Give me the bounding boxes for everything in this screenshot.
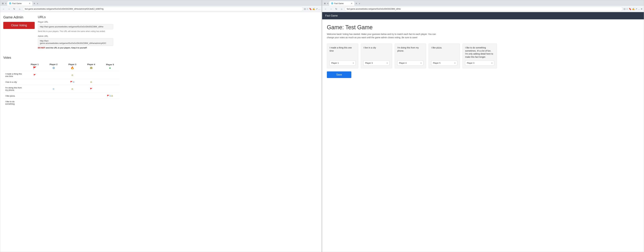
selected-player-5: Player 3	[467, 62, 474, 64]
share-icon-right[interactable]: ↗	[635, 8, 637, 10]
urls-title: URLs	[38, 15, 120, 19]
player5-label: Player 5	[106, 63, 114, 66]
vote-p3: ⚖	[63, 71, 82, 79]
bookmark-icon-right[interactable]: 🔖	[629, 8, 632, 10]
player5-icon: ●	[109, 66, 111, 70]
selected-player-2: Player 3	[365, 62, 373, 64]
tab-bar-right: ⊞ ≡ 🌐 Fact Game ✕ + ∨	[322, 0, 644, 6]
home-button-left[interactable]: ⌂	[18, 7, 22, 11]
table-row: I live in a city 🚩⊙ ⚖	[3, 79, 120, 85]
close-window-icon[interactable]: ✕	[641, 8, 642, 10]
reader-icon-right: ⊡	[624, 8, 626, 10]
fact-cell: I made a thing this one time	[3, 71, 25, 79]
player4-icon: ⚖	[90, 66, 92, 70]
vote-p2: ⊙	[44, 85, 63, 93]
save-button[interactable]: Save	[327, 71, 351, 78]
new-tab-button-right[interactable]: +	[355, 2, 358, 5]
annotate-icon[interactable]: ✍	[312, 8, 315, 10]
admin-url-warning: DO NOT send this URL to your players. Ke…	[38, 47, 120, 49]
bookmark-icon[interactable]: 🔖	[309, 8, 312, 10]
vote-icon2: ⊙	[109, 94, 111, 97]
vote-p5	[100, 79, 120, 85]
admin-url-box[interactable]: http://fact-game.azurewebsites.net/game/…	[38, 38, 113, 46]
vote-p1	[25, 93, 44, 99]
game-subtitle: Welcome back! Voting has started. Make y…	[327, 33, 437, 39]
player2-icon: ⊙	[52, 66, 55, 70]
reader-icon: ⊡	[304, 8, 306, 10]
forward-button-left[interactable]: →	[7, 7, 11, 11]
game-header-title: Fact Game	[325, 14, 338, 17]
vote-icon: ⚖	[90, 81, 92, 83]
tab-fact-game-left[interactable]: 🌐 Fact Game ✕	[7, 1, 32, 6]
admin-url-label: Admin URL	[38, 35, 120, 37]
game-header-bar: Fact Game	[322, 12, 644, 19]
back-button-left[interactable]: ←	[2, 7, 6, 11]
selected-player-3: Player 4	[399, 62, 406, 64]
vote-p2	[44, 79, 63, 85]
player-select-5[interactable]: Player 3 ∨	[465, 60, 494, 66]
refresh-button-left[interactable]: ↻	[12, 7, 16, 11]
admin-page-content: Game Admin Close Voting URLs Player URL …	[0, 12, 322, 252]
vote-p4	[82, 99, 100, 107]
vote-icon: 🚩	[90, 88, 92, 90]
share-icon[interactable]: ↗	[316, 8, 318, 10]
warning-text: send this URL to your players. Keep it t…	[46, 47, 87, 49]
table-row: I made a thing this one time 🚩 ⚖	[3, 71, 120, 79]
fact-card-5: I like to do something sometimes. It's a…	[462, 44, 497, 68]
tab-chevron-right[interactable]: ∨	[358, 2, 361, 5]
star-icon[interactable]: ☆	[306, 8, 308, 10]
tab-list-icon-right: ≡	[326, 2, 329, 5]
vote-p1	[25, 85, 44, 93]
player-url-box[interactable]: http://fact-game.azurewebsites.net/game/…	[38, 24, 113, 29]
fact-card-1: I made a thing this one time Player 1 ∨	[327, 44, 358, 68]
vote-p3	[63, 99, 82, 107]
vote-p2	[44, 71, 63, 79]
col-header-p3: Player 3 🔥	[63, 62, 82, 71]
player-select-1[interactable]: Player 1 ∨	[330, 60, 356, 66]
vote-p3: ⚖	[63, 85, 82, 93]
tab-close-right[interactable]: ✕	[351, 2, 352, 5]
more-icon[interactable]: …	[318, 8, 320, 10]
fact-text-1: I made a thing this one time	[330, 46, 356, 59]
player1-label: Player 1	[31, 63, 38, 66]
fact-card-3: I'm doing this from my phone. Player 4 ∨	[395, 44, 426, 68]
more-icon-right[interactable]: …	[638, 8, 640, 10]
back-button-right[interactable]: ←	[324, 7, 328, 11]
fact-text-4: I like pizza.	[431, 46, 457, 59]
facts-grid: I made a thing this one time Player 1 ∨ …	[327, 44, 639, 68]
table-row: I like to do something	[3, 99, 120, 107]
tab-close-left[interactable]: ✕	[29, 2, 30, 5]
player-url-label: Player URL	[38, 21, 120, 23]
player-select-4[interactable]: Player 5 ∨	[431, 60, 457, 66]
chevron-down-icon-3: ∨	[420, 62, 422, 64]
vote-p4	[82, 93, 100, 99]
star-icon-right[interactable]: ☆	[626, 8, 628, 10]
vote-p3	[63, 93, 82, 99]
annotate-icon-right[interactable]: ✍	[632, 8, 635, 10]
address-bar-left: ← → ↻ ⌂ ⊡ ☆ 🔖 ✍ ↗ …	[0, 6, 322, 12]
selected-player-4: Player 5	[433, 62, 440, 64]
forward-button-right[interactable]: →	[329, 7, 333, 11]
player1-icon: 🚩	[33, 66, 36, 70]
player-select-3[interactable]: Player 4 ∨	[397, 60, 423, 66]
refresh-button-right[interactable]: ↻	[334, 7, 338, 11]
tab-list-icon: ≡	[4, 2, 7, 5]
new-tab-button-left[interactable]: +	[33, 2, 36, 5]
tab-fact-game-right[interactable]: 🌐 Fact Game ✕	[329, 1, 354, 6]
close-voting-button[interactable]: Close Voting	[3, 22, 35, 29]
vote-icon: ⊙	[52, 88, 54, 90]
player-select-2[interactable]: Player 3 ∨	[364, 60, 390, 66]
home-button-right[interactable]: ⌂	[340, 7, 344, 11]
tab-title-left: Fact Game	[12, 2, 22, 5]
address-bar-icons-right: ⊡ ☆ 🔖 ✍ ↗ … ✕	[624, 8, 642, 10]
address-bar-right: ← → ↻ ⌂ ⊡ ☆ 🔖 ✍ ↗ … ✕	[322, 6, 644, 12]
vote-p4	[82, 71, 100, 79]
url-input-right[interactable]	[345, 7, 623, 11]
vote-p1	[25, 99, 44, 107]
player4-label: Player 4	[87, 63, 95, 66]
vote-p3: 🚩⊙	[63, 79, 82, 85]
table-row: I like pizza. 🚩⊙⚖	[3, 93, 120, 99]
chevron-down-icon-4: ∨	[454, 62, 456, 64]
tab-chevron-left[interactable]: ∨	[36, 2, 39, 5]
url-input-left[interactable]	[23, 7, 303, 11]
